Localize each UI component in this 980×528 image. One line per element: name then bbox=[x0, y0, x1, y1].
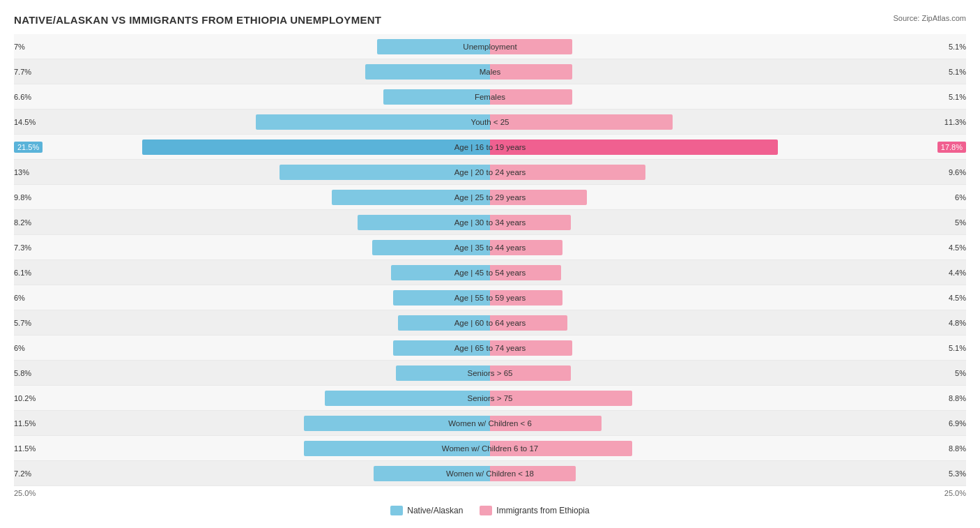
chart-row: 21.5% Age | 16 to 19 years 17.8% bbox=[14, 135, 966, 160]
native-value: 7.7% bbox=[14, 68, 31, 76]
legend-immigrant: Immigrants from Ethiopia bbox=[480, 506, 589, 515]
chart-row: 11.5% Women w/ Children < 6 6.9% bbox=[14, 411, 966, 436]
right-section: 4.4% bbox=[490, 260, 966, 285]
bar-area: 6% Age | 55 to 59 years 4.5% bbox=[14, 285, 966, 310]
native-bar bbox=[365, 64, 490, 80]
immigrant-value: 5.3% bbox=[949, 469, 966, 478]
row-label: Age | 55 to 59 years bbox=[454, 294, 526, 302]
bar-area: 9.8% Age | 25 to 29 years 6% bbox=[14, 185, 966, 209]
chart-body: 7% Unemployment 5.1% 7.7% Males 5.1% 6 bbox=[14, 34, 966, 486]
row-label: Age | 60 to 64 years bbox=[454, 319, 526, 327]
axis-left: 25.0% bbox=[14, 489, 36, 497]
right-section: 17.8% bbox=[490, 135, 966, 159]
row-label: Women w/ Children 6 to 17 bbox=[442, 444, 539, 453]
left-section: 5.7% bbox=[14, 310, 490, 335]
chart-row: 5.8% Seniors > 65 5% bbox=[14, 361, 966, 386]
immigrant-value: 8.8% bbox=[949, 394, 966, 402]
immigrant-value: 4.5% bbox=[949, 243, 966, 252]
right-section: 5% bbox=[490, 361, 966, 385]
row-label: Age | 45 to 54 years bbox=[454, 269, 526, 277]
row-label: Age | 35 to 44 years bbox=[454, 243, 526, 252]
left-section: 6.6% bbox=[14, 84, 490, 109]
chart-row: 8.2% Age | 30 to 34 years 5% bbox=[14, 210, 966, 235]
row-label: Age | 65 to 74 years bbox=[454, 344, 526, 352]
right-section: 5.1% bbox=[490, 84, 966, 109]
native-bar bbox=[256, 114, 490, 130]
native-value: 7.3% bbox=[14, 243, 31, 252]
right-section: 5.3% bbox=[490, 461, 966, 485]
native-value: 5.8% bbox=[14, 369, 31, 377]
chart-row: 14.5% Youth < 25 11.3% bbox=[14, 110, 966, 135]
bar-area: 7.7% Males 5.1% bbox=[14, 59, 966, 84]
row-label: Age | 16 to 19 years bbox=[454, 143, 526, 151]
native-value: 11.5% bbox=[14, 419, 36, 428]
immigrant-value: 5.1% bbox=[949, 43, 966, 51]
bar-area: 7.3% Age | 35 to 44 years 4.5% bbox=[14, 235, 966, 259]
chart-row: 11.5% Women w/ Children 6 to 17 8.8% bbox=[14, 436, 966, 461]
left-section: 8.2% bbox=[14, 210, 490, 234]
native-value: 8.2% bbox=[14, 218, 31, 227]
right-section: 4.5% bbox=[490, 285, 966, 310]
native-value: 21.5% bbox=[14, 142, 43, 153]
row-label: Unemployment bbox=[463, 43, 516, 51]
bar-area: 7.2% Women w/ Children < 18 5.3% bbox=[14, 461, 966, 485]
axis-right: 25.0% bbox=[944, 489, 966, 497]
immigrant-value: 5% bbox=[955, 369, 966, 377]
legend-native: Native/Alaskan bbox=[390, 506, 463, 515]
native-value: 6.6% bbox=[14, 93, 31, 101]
immigrant-value: 6% bbox=[955, 193, 966, 202]
row-label: Seniors > 65 bbox=[468, 369, 513, 377]
immigrant-value: 6.9% bbox=[949, 419, 966, 428]
native-value: 9.8% bbox=[14, 193, 31, 202]
left-section: 7.2% bbox=[14, 461, 490, 485]
row-label: Age | 20 to 24 years bbox=[454, 168, 526, 176]
bar-area: 8.2% Age | 30 to 34 years 5% bbox=[14, 210, 966, 234]
bar-area: 6% Age | 65 to 74 years 5.1% bbox=[14, 335, 966, 360]
left-section: 6.1% bbox=[14, 260, 490, 285]
chart-row: 7.3% Age | 35 to 44 years 4.5% bbox=[14, 235, 966, 260]
left-section: 21.5% bbox=[14, 135, 490, 159]
legend-native-label: Native/Alaskan bbox=[407, 506, 463, 515]
chart-container: NATIVE/ALASKAN VS IMMIGRANTS FROM ETHIOP… bbox=[0, 0, 980, 522]
left-section: 10.2% bbox=[14, 386, 490, 410]
native-value: 6% bbox=[14, 294, 25, 302]
left-section: 5.8% bbox=[14, 361, 490, 385]
chart-row: 9.8% Age | 25 to 29 years 6% bbox=[14, 185, 966, 210]
row-label: Age | 30 to 34 years bbox=[454, 218, 526, 227]
immigrant-value: 5.1% bbox=[949, 93, 966, 101]
immigrant-value: 4.4% bbox=[949, 269, 966, 277]
left-section: 9.8% bbox=[14, 185, 490, 209]
bar-area: 14.5% Youth < 25 11.3% bbox=[14, 110, 966, 134]
native-value: 7% bbox=[14, 43, 25, 51]
chart-header: NATIVE/ALASKAN VS IMMIGRANTS FROM ETHIOP… bbox=[14, 14, 966, 26]
right-section: 5.1% bbox=[490, 59, 966, 84]
left-section: 7.3% bbox=[14, 235, 490, 259]
row-label: Males bbox=[480, 68, 501, 76]
left-section: 14.5% bbox=[14, 110, 490, 134]
immigrant-value: 11.3% bbox=[944, 118, 966, 126]
left-section: 6% bbox=[14, 285, 490, 310]
native-value: 13% bbox=[14, 168, 29, 176]
right-section: 4.5% bbox=[490, 235, 966, 259]
chart-row: 10.2% Seniors > 75 8.8% bbox=[14, 386, 966, 411]
chart-source: Source: ZipAtlas.com bbox=[893, 14, 966, 22]
bar-area: 6.1% Age | 45 to 54 years 4.4% bbox=[14, 260, 966, 285]
legend-native-box bbox=[390, 506, 403, 515]
row-label: Age | 25 to 29 years bbox=[454, 193, 526, 202]
bar-area: 13% Age | 20 to 24 years 9.6% bbox=[14, 160, 966, 184]
chart-row: 6% Age | 55 to 59 years 4.5% bbox=[14, 285, 966, 310]
immigrant-value: 5% bbox=[955, 218, 966, 227]
native-value: 7.2% bbox=[14, 469, 31, 478]
bar-area: 11.5% Women w/ Children 6 to 17 8.8% bbox=[14, 436, 966, 460]
bar-area: 10.2% Seniors > 75 8.8% bbox=[14, 386, 966, 410]
right-section: 11.3% bbox=[490, 110, 966, 134]
immigrant-value: 5.1% bbox=[949, 68, 966, 76]
axis-row: 25.0% 25.0% bbox=[14, 486, 966, 500]
chart-row: 13% Age | 20 to 24 years 9.6% bbox=[14, 160, 966, 185]
immigrant-value: 17.8% bbox=[937, 142, 966, 153]
right-section: 6.9% bbox=[490, 411, 966, 435]
native-value: 10.2% bbox=[14, 394, 36, 402]
left-section: 7% bbox=[14, 34, 490, 59]
left-section: 11.5% bbox=[14, 436, 490, 460]
left-section: 13% bbox=[14, 160, 490, 184]
